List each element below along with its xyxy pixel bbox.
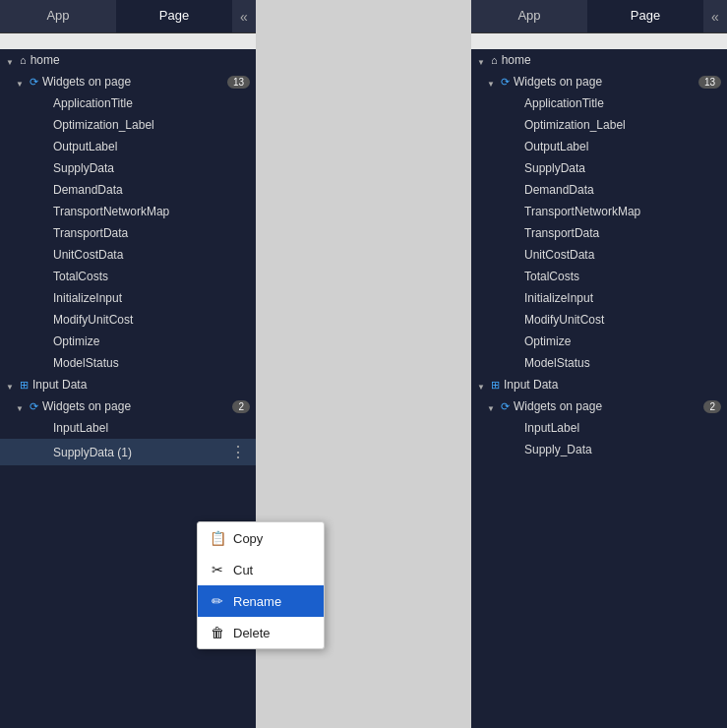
right-panel: App Page « ⌂home⟳Widgets on page13Applic… <box>471 0 727 728</box>
tree-label-input-data: Input Data <box>32 378 250 392</box>
tree-row-item-inputlabel[interactable]: InputLabel <box>0 417 256 439</box>
tree-label-item6: TransportNetworkMap <box>524 205 721 218</box>
tree-label-item5: DemandData <box>524 183 721 197</box>
tree-row-item6[interactable]: TransportNetworkMap <box>471 201 727 222</box>
right-tab-app[interactable]: App <box>471 0 587 32</box>
right-panel-tabs: App Page « <box>471 0 727 33</box>
tree-label-home: home <box>30 53 250 67</box>
copy-icon: 📋 <box>210 530 225 546</box>
tree-label-item3: OutputLabel <box>524 140 721 153</box>
tree-label-item7: TransportData <box>53 226 250 240</box>
tree-row-item-supplydata2[interactable]: Supply_Data <box>471 439 727 460</box>
tree-row-item8[interactable]: UnitCostData <box>0 244 256 266</box>
context-menu-item-copy[interactable]: 📋Copy <box>198 522 324 554</box>
three-dots-item-supplydata1[interactable]: ⋮ <box>226 443 250 461</box>
tree-label-item-supplydata1: SupplyData (1) <box>53 446 226 459</box>
tree-label-item5: DemandData <box>53 183 250 197</box>
left-collapse-button[interactable]: « <box>232 0 256 32</box>
right-tree: ⌂home⟳Widgets on page13ApplicationTitleO… <box>471 49 727 728</box>
tree-label-item13: ModelStatus <box>53 356 250 370</box>
tree-row-item10[interactable]: InitializeInput <box>0 287 256 309</box>
tree-row-widgets-input[interactable]: ⟳Widgets on page2 <box>471 395 727 417</box>
tree-row-item11[interactable]: ModifyUnitCost <box>471 309 727 331</box>
tree-row-item5[interactable]: DemandData <box>0 179 256 201</box>
tree-row-home[interactable]: ⌂home <box>0 49 256 71</box>
tree-row-item7[interactable]: TransportData <box>0 222 256 244</box>
tree-label-input-data: Input Data <box>504 378 721 392</box>
tree-row-item12[interactable]: Optimize <box>0 331 256 352</box>
cut-icon: ✂ <box>210 562 225 577</box>
tree-label-widgets-input: Widgets on page <box>514 399 703 413</box>
tree-label-item10: InitializeInput <box>53 291 250 305</box>
tree-row-item4[interactable]: SupplyData <box>471 157 727 179</box>
chevron-widgets-input <box>16 400 28 412</box>
left-tab-app[interactable]: App <box>0 0 116 32</box>
tree-row-item13[interactable]: ModelStatus <box>0 352 256 374</box>
tree-label-widgets-home: Widgets on page <box>514 75 698 89</box>
right-tab-page[interactable]: Page <box>587 0 703 32</box>
tree-row-item5[interactable]: DemandData <box>471 179 727 201</box>
tree-row-widgets-home[interactable]: ⟳Widgets on page13 <box>471 71 727 92</box>
tree-row-item1[interactable]: ApplicationTitle <box>471 92 727 114</box>
chevron-widgets-input <box>487 400 499 412</box>
tree-row-item7[interactable]: TransportData <box>471 222 727 244</box>
right-collapse-button[interactable]: « <box>703 0 727 32</box>
tree-row-item3[interactable]: OutputLabel <box>0 136 256 157</box>
table-icon: ⊞ <box>491 379 500 392</box>
tree-label-item8: UnitCostData <box>53 248 250 262</box>
tree-row-item3[interactable]: OutputLabel <box>471 136 727 157</box>
tree-row-item13[interactable]: ModelStatus <box>471 352 727 374</box>
tree-row-item9[interactable]: TotalCosts <box>0 266 256 287</box>
badge-widgets-home: 13 <box>227 76 250 89</box>
tree-row-item9[interactable]: TotalCosts <box>471 266 727 287</box>
context-label-cut: Cut <box>233 563 253 577</box>
chevron-input-data <box>6 379 18 391</box>
tree-row-widgets-input[interactable]: ⟳Widgets on page2 <box>0 395 256 417</box>
tree-label-item7: TransportData <box>524 226 721 240</box>
tree-row-item1[interactable]: ApplicationTitle <box>0 92 256 114</box>
tree-label-item1: ApplicationTitle <box>53 96 250 110</box>
tree-label-item4: SupplyData <box>53 161 250 175</box>
context-menu-item-delete[interactable]: 🗑Delete <box>198 617 324 648</box>
tree-label-item12: Optimize <box>524 334 721 348</box>
chevron-widgets-home <box>487 76 499 88</box>
home-icon: ⌂ <box>491 54 498 66</box>
tree-label-item12: Optimize <box>53 334 250 348</box>
context-menu-item-rename[interactable]: ✏Rename <box>198 585 324 617</box>
tree-row-item4[interactable]: SupplyData <box>0 157 256 179</box>
chevron-widgets-home <box>16 76 28 88</box>
widget-icon: ⟳ <box>501 400 510 413</box>
left-project-header <box>0 33 256 49</box>
tree-label-item6: TransportNetworkMap <box>53 205 250 218</box>
tree-label-home: home <box>502 53 721 67</box>
tree-row-item2[interactable]: Optimization_Label <box>0 114 256 136</box>
context-label-copy: Copy <box>233 531 263 546</box>
tree-row-home[interactable]: ⌂home <box>471 49 727 71</box>
tree-row-item-inputlabel[interactable]: InputLabel <box>471 417 727 439</box>
badge-widgets-home: 13 <box>698 76 721 89</box>
tree-row-item8[interactable]: UnitCostData <box>471 244 727 266</box>
tree-label-item3: OutputLabel <box>53 140 250 153</box>
home-icon: ⌂ <box>20 54 27 66</box>
tree-label-item-inputlabel: InputLabel <box>53 421 250 435</box>
context-label-delete: Delete <box>233 626 271 640</box>
tree-label-item1: ApplicationTitle <box>524 96 721 110</box>
tree-row-item-supplydata1[interactable]: SupplyData (1)⋮ <box>0 439 256 465</box>
tree-label-item13: ModelStatus <box>524 356 721 370</box>
context-menu-item-cut[interactable]: ✂Cut <box>198 554 324 585</box>
tree-label-item2: Optimization_Label <box>53 118 250 132</box>
tree-row-widgets-home[interactable]: ⟳Widgets on page13 <box>0 71 256 92</box>
tree-row-input-data[interactable]: ⊞Input Data <box>0 374 256 395</box>
widget-icon: ⟳ <box>30 400 38 413</box>
tree-row-item11[interactable]: ModifyUnitCost <box>0 309 256 331</box>
left-panel: App Page « ⌂home⟳Widgets on page13Applic… <box>0 0 256 728</box>
tree-row-item6[interactable]: TransportNetworkMap <box>0 201 256 222</box>
tree-label-item8: UnitCostData <box>524 248 721 262</box>
tree-row-item2[interactable]: Optimization_Label <box>471 114 727 136</box>
left-tab-page[interactable]: Page <box>116 0 232 32</box>
tree-row-item12[interactable]: Optimize <box>471 331 727 352</box>
tree-label-item11: ModifyUnitCost <box>524 313 721 327</box>
chevron-home <box>477 54 489 66</box>
tree-row-input-data[interactable]: ⊞Input Data <box>471 374 727 395</box>
tree-row-item10[interactable]: InitializeInput <box>471 287 727 309</box>
